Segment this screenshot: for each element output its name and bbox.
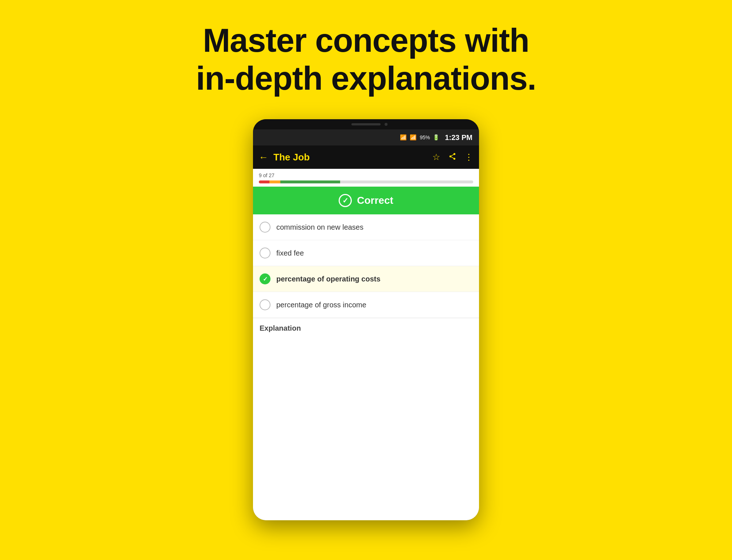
more-options-icon[interactable]: ⋮ xyxy=(464,152,473,162)
options-list: commission on new leases fixed fee perce… xyxy=(253,214,479,520)
star-icon[interactable]: ☆ xyxy=(432,152,440,162)
back-button[interactable]: ← xyxy=(259,152,268,163)
headline: Master concepts with in-depth explanatio… xyxy=(196,22,536,97)
status-time: 1:23 PM xyxy=(445,133,472,142)
option-item-2[interactable]: fixed fee xyxy=(253,240,479,266)
radio-option-3[interactable] xyxy=(260,273,270,284)
option-item-1[interactable]: commission on new leases xyxy=(253,214,479,240)
radio-option-4[interactable] xyxy=(260,299,270,310)
speaker-grille xyxy=(351,123,381,125)
screen-content: 9 of 27 ✓ Correct commission on new leas… xyxy=(253,169,479,520)
app-title: The Job xyxy=(273,152,427,163)
headline-line2: in-depth explanations. xyxy=(196,60,536,97)
option-text-4: percentage of gross income xyxy=(276,301,366,309)
share-icon[interactable] xyxy=(448,152,456,162)
option-item-4[interactable]: percentage of gross income xyxy=(253,292,479,318)
progress-green-segment xyxy=(280,180,340,183)
wifi-icon: 📶 xyxy=(400,134,407,141)
battery-percentage: 95% xyxy=(420,135,430,140)
app-bar-actions: ☆ ⋮ xyxy=(432,152,473,162)
option-item-3[interactable]: percentage of operating costs xyxy=(253,266,479,292)
explanation-label: Explanation xyxy=(260,324,301,332)
option-text-2: fixed fee xyxy=(276,249,304,257)
progress-red-segment xyxy=(259,180,269,183)
front-camera xyxy=(385,123,388,126)
option-text-3: percentage of operating costs xyxy=(276,275,381,283)
device-top-bar xyxy=(253,119,479,129)
radio-option-1[interactable] xyxy=(260,222,270,233)
headline-line1: Master concepts with xyxy=(203,22,529,59)
battery-icon: 🔋 xyxy=(433,134,440,141)
app-bar: ← The Job ☆ ⋮ xyxy=(253,145,479,169)
progress-label: 9 of 27 xyxy=(259,172,473,178)
signal-icon: 📶 xyxy=(410,134,417,141)
tablet-shell: 📶 📶 95% 🔋 1:23 PM ← The Job ☆ ⋮ xyxy=(253,119,479,520)
correct-check-icon: ✓ xyxy=(339,194,352,207)
device-mockup: 📶 📶 95% 🔋 1:23 PM ← The Job ☆ ⋮ xyxy=(253,119,479,520)
status-bar: 📶 📶 95% 🔋 1:23 PM xyxy=(253,129,479,145)
radio-option-2[interactable] xyxy=(260,248,270,258)
progress-area: 9 of 27 xyxy=(253,169,479,187)
progress-orange-segment xyxy=(269,180,280,183)
status-icons: 📶 📶 95% 🔋 1:23 PM xyxy=(400,133,472,142)
correct-label: Correct xyxy=(357,195,393,206)
correct-banner: ✓ Correct xyxy=(253,187,479,214)
progress-track xyxy=(259,180,473,183)
explanation-area: Explanation xyxy=(253,318,479,332)
option-text-1: commission on new leases xyxy=(276,223,363,232)
